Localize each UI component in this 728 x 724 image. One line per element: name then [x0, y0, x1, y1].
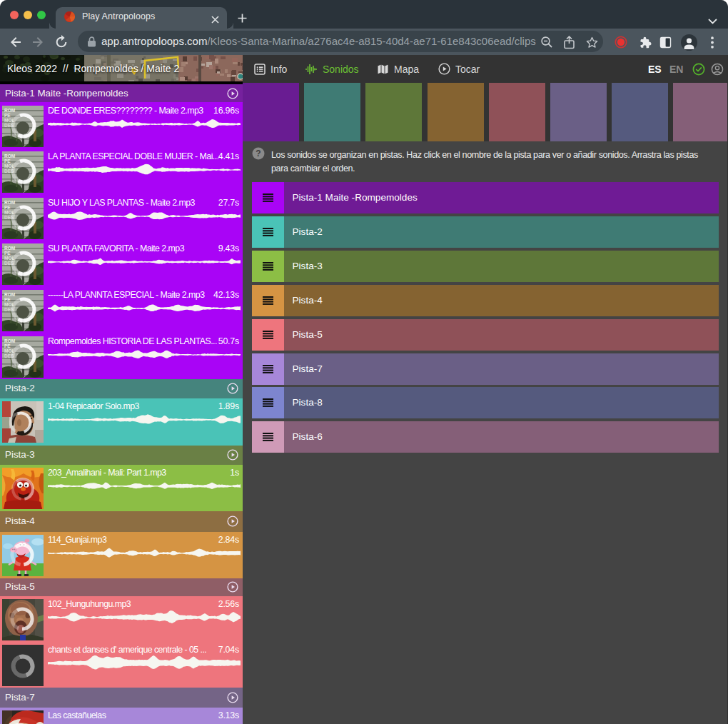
svg-text:PE: PE: [4, 343, 11, 348]
svg-text:PE: PE: [4, 159, 11, 164]
svg-text:ROM: ROM: [4, 107, 15, 112]
svg-text:ROM: ROM: [4, 246, 15, 251]
svg-text:?: ?: [256, 149, 261, 159]
svg-text:PE: PE: [4, 251, 11, 256]
svg-text:ROM: ROM: [4, 154, 15, 159]
svg-text:PE: PE: [4, 112, 11, 117]
svg-text:ROM: ROM: [4, 338, 15, 343]
svg-text:ROM: ROM: [4, 199, 15, 204]
svg-text:ROM: ROM: [4, 292, 15, 297]
svg-text:PE: PE: [4, 204, 11, 209]
svg-text:PE: PE: [4, 297, 11, 302]
